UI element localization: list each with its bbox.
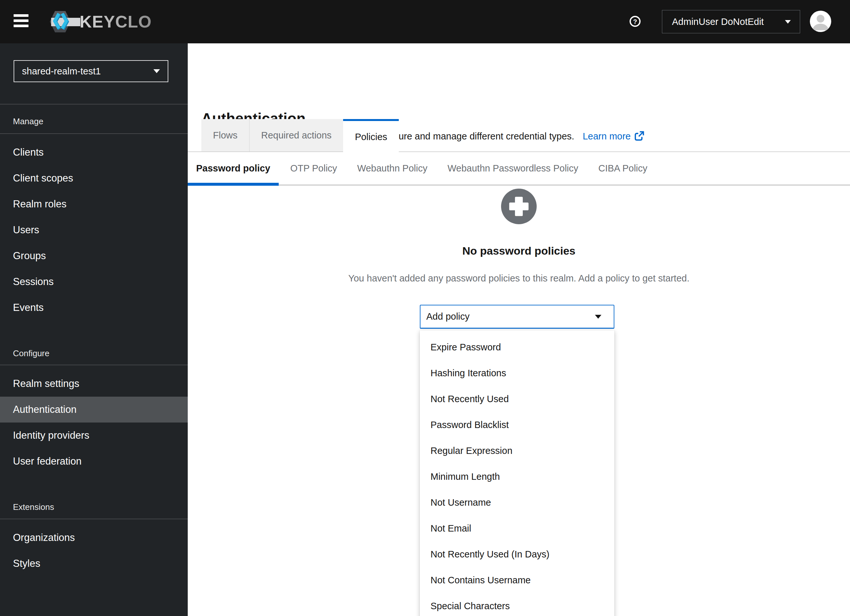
policy-tab[interactable]: Webauthn Passwordless Policy	[439, 152, 587, 184]
learn-more-label: Learn more	[583, 131, 630, 142]
help-button[interactable]: ?	[629, 15, 642, 28]
sidebar-item[interactable]: User federation	[0, 449, 188, 474]
chevron-down-icon	[153, 69, 160, 73]
nav-toggle-button[interactable]	[13, 14, 29, 29]
main-content: Authentication Authentication is the are…	[188, 43, 850, 616]
add-policy-select-label: Add policy	[426, 311, 595, 322]
keycloak-admin-console: KEYCLOAK ? AdminUser DoNotEdit shared-re…	[0, 0, 850, 616]
add-policy-menu: Expire PasswordHashing IterationsNot Rec…	[420, 330, 614, 616]
divider	[0, 519, 188, 519]
sidebar-item[interactable]: Identity providers	[0, 423, 188, 449]
help-icon: ?	[629, 15, 641, 27]
sidebar-item[interactable]: Users	[0, 217, 188, 243]
realm-selector[interactable]: shared-realm-test1	[13, 60, 168, 82]
add-policy-option[interactable]: Not Recently Used	[420, 386, 614, 412]
divider	[0, 365, 188, 365]
tabs: FlowsRequired actionsPolicies	[188, 119, 399, 153]
add-policy-option[interactable]: Not Recently Used (In Days)	[420, 541, 614, 567]
sidebar-item[interactable]: Authentication	[0, 397, 188, 423]
nav-list-extensions: OrganizationsStyles	[0, 525, 188, 577]
chevron-down-icon	[785, 20, 791, 24]
nav-list-manage: ClientsClient scopesRealm rolesUsersGrou…	[0, 139, 188, 321]
section-title: Extensions	[0, 501, 188, 513]
keycloak-logo-icon: KEYCLOAK	[47, 9, 151, 34]
divider	[0, 104, 188, 105]
tab[interactable]: Policies	[343, 119, 399, 153]
section-title: Configure	[0, 347, 188, 359]
sidebar-item[interactable]: Styles	[0, 551, 188, 577]
avatar[interactable]	[810, 10, 831, 32]
sidebar-section-extensions: Extensions OrganizationsStyles	[0, 501, 188, 577]
empty-state-description: You haven't added any password policies …	[188, 270, 850, 287]
add-policy-option[interactable]: Not Email	[420, 515, 614, 541]
sidebar-item[interactable]: Groups	[0, 243, 188, 269]
policy-tabs: Password policyOTP PolicyWebauthn Policy…	[188, 152, 850, 186]
divider	[0, 133, 188, 134]
sidebar-item[interactable]: Sessions	[0, 269, 188, 295]
keycloak-logo: KEYCLOAK	[47, 9, 151, 36]
sidebar-item[interactable]: Events	[0, 295, 188, 321]
sidebar-item[interactable]: Clients	[0, 139, 188, 165]
add-policy-option[interactable]: Password Blacklist	[420, 412, 614, 438]
add-policy-option[interactable]: Hashing Iterations	[420, 360, 614, 386]
add-policy-option[interactable]: Not Username	[420, 489, 614, 515]
external-link-icon	[634, 131, 644, 141]
add-policy-select[interactable]: Add policy	[420, 305, 614, 329]
add-policy-option[interactable]: Minimum Length	[420, 463, 614, 489]
policy-tab[interactable]: Webauthn Policy	[349, 152, 436, 184]
tab[interactable]: Flows	[201, 119, 249, 151]
policy-tab[interactable]: Password policy	[188, 152, 279, 184]
section-title: Manage	[0, 115, 188, 127]
sidebar: shared-realm-test1 Manage ClientsClient …	[0, 43, 188, 616]
user-avatar-icon	[810, 10, 831, 32]
policy-tab[interactable]: OTP Policy	[282, 152, 346, 184]
svg-text:?: ?	[633, 18, 637, 25]
sidebar-section-manage: Manage ClientsClient scopesRealm rolesUs…	[0, 115, 188, 321]
add-policy-option[interactable]: Not Contains Username	[420, 567, 614, 593]
masthead: KEYCLOAK ? AdminUser DoNotEdit	[0, 0, 850, 43]
sidebar-item[interactable]: Client scopes	[0, 165, 188, 191]
sidebar-item[interactable]: Realm roles	[0, 191, 188, 217]
sidebar-item[interactable]: Realm settings	[0, 371, 188, 397]
hamburger-icon	[13, 14, 29, 27]
brand-text: KEYCLOAK	[79, 12, 151, 31]
nav-list-configure: Realm settingsAuthenticationIdentity pro…	[0, 371, 188, 474]
add-policy-option[interactable]: Expire Password	[420, 334, 614, 360]
user-menu-label: AdminUser DoNotEdit	[662, 16, 785, 27]
empty-state-title: No password policies	[188, 242, 850, 259]
policy-tab[interactable]: CIBA Policy	[590, 152, 656, 184]
user-menu-button[interactable]: AdminUser DoNotEdit	[662, 10, 800, 33]
add-policy-option[interactable]: Regular Expression	[420, 438, 614, 463]
tab[interactable]: Required actions	[249, 119, 343, 151]
add-circle-icon	[501, 188, 537, 226]
add-policy-option[interactable]: Special Characters	[420, 593, 614, 616]
learn-more-link[interactable]: Learn more	[583, 131, 644, 142]
realm-selector-value: shared-realm-test1	[22, 66, 153, 77]
sidebar-section-configure: Configure Realm settingsAuthenticationId…	[0, 347, 188, 474]
sidebar-item[interactable]: Organizations	[0, 525, 188, 551]
chevron-down-icon	[595, 315, 602, 318]
